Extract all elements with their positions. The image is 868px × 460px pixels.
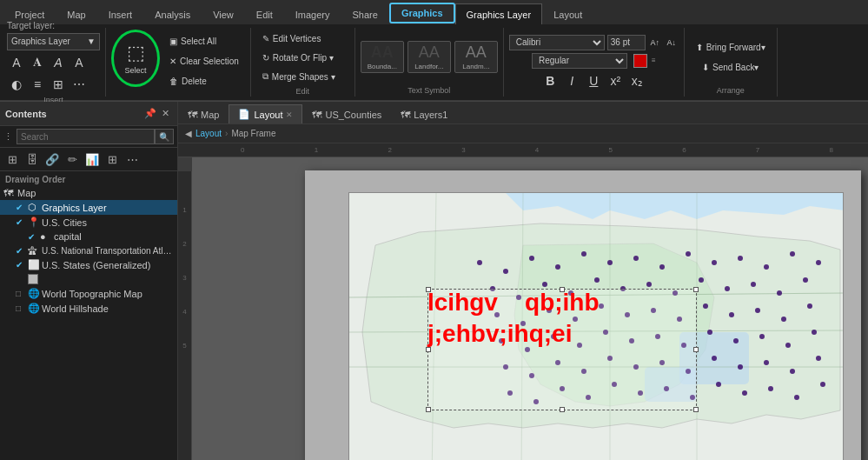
svg-point-71 (712, 356, 717, 361)
insert-icon-4[interactable]: A (70, 53, 89, 72)
search-button[interactable]: 🔍 (155, 129, 174, 144)
insert-icon-1[interactable]: A (7, 53, 26, 72)
subscript-btn[interactable]: x₂ (627, 71, 646, 90)
handle-r[interactable] (693, 347, 699, 352)
insert-icon-3[interactable]: A (49, 53, 68, 72)
handle-l[interactable] (426, 347, 431, 352)
superscript-btn[interactable]: x² (606, 71, 625, 90)
tab-share[interactable]: Share (341, 3, 389, 24)
tab-graphics[interactable]: Graphics (389, 3, 455, 23)
handle-tl[interactable] (426, 287, 431, 292)
select-button[interactable]: ⬚ Select (111, 30, 160, 87)
layer-item-us-cities[interactable]: ✔ 📍 U.S. Cities (0, 215, 177, 230)
font-controls-group: Calibri A↑ A↓ Regular ≡ B I U (504, 28, 685, 97)
tab-layout[interactable]: Layout (542, 3, 593, 24)
clear-selection-button[interactable]: ✕ Clear Selection (163, 53, 245, 70)
bold-btn[interactable]: B (540, 71, 560, 90)
rotate-flip-button[interactable]: ↻ Rotate Or Flip ▾ (256, 49, 340, 66)
handle-t[interactable] (560, 287, 565, 292)
layer-item-world-topo[interactable]: □ 🌐 World Topographic Map (0, 286, 177, 301)
connect-icon[interactable]: 🔗 (43, 150, 61, 168)
pin-button[interactable]: 📌 (142, 108, 159, 119)
handle-b[interactable] (560, 407, 565, 412)
pencil-icon[interactable]: ✏ (63, 150, 81, 168)
check-us-states[interactable]: ✔ (16, 260, 28, 270)
font-style-dropdown[interactable]: Regular (532, 53, 627, 69)
map-tab-layout[interactable]: 📄 Layout ✕ (229, 104, 302, 123)
nav-back-icon[interactable]: ◀ (185, 129, 192, 138)
ruler-v-1: 1 (182, 206, 186, 214)
font-family-dropdown[interactable]: Calibri (509, 35, 605, 50)
map-frame[interactable]: lcihgv qb;ihb j;ehbv;ihq;ei (348, 192, 844, 460)
map-tab-us-counties[interactable]: 🗺 US_Counties (302, 104, 391, 123)
layer-item-capital[interactable]: ✔ ● capital (0, 230, 177, 243)
ruler-mark-0: 0 (206, 146, 280, 154)
handle-tr[interactable] (693, 287, 699, 292)
insert-icon-2[interactable]: 𝐀 (28, 53, 47, 72)
close-layout-tab[interactable]: ✕ (286, 110, 293, 119)
bar-chart-icon[interactable]: 📊 (83, 150, 101, 168)
bring-forward-button[interactable]: ⬆ Bring Forward▾ (690, 38, 772, 56)
font-size-input[interactable] (607, 35, 646, 50)
check-us-nat-transport[interactable]: ✔ (16, 246, 28, 256)
underline-btn[interactable]: U (584, 71, 603, 90)
text-style-landform[interactable]: AA Landfor... (407, 41, 451, 73)
tab-view[interactable]: View (202, 3, 245, 24)
handle-bl[interactable] (426, 407, 431, 412)
canvas-content[interactable]: lcihgv qb;ihb j;ehbv;ihq;ei (192, 157, 868, 460)
tab-imagery[interactable]: Imagery (284, 3, 341, 24)
check-world-topo[interactable]: □ (16, 289, 28, 298)
insert-icon-5[interactable]: ◐ (7, 75, 26, 94)
send-backward-button[interactable]: ⬇ Send Back▾ (696, 58, 765, 76)
insert-icon-6[interactable]: ≡ (28, 75, 47, 94)
more-options-icon[interactable]: ⋯ (123, 150, 141, 168)
svg-point-58 (707, 330, 712, 335)
tab-graphics-layer[interactable]: Graphics Layer (455, 3, 543, 24)
layer-item-world-hillshade[interactable]: □ 🌐 World Hillshade (0, 301, 177, 316)
merge-shapes-button[interactable]: ⧉ Merge Shapes ▾ (256, 68, 341, 85)
search-input[interactable] (17, 129, 155, 144)
italic-btn[interactable]: I (562, 71, 581, 90)
check-us-cities[interactable]: ✔ (16, 217, 28, 227)
breadcrumb-layout[interactable]: Layout (195, 129, 222, 138)
tab-analysis[interactable]: Analysis (143, 3, 202, 24)
edit-vertices-button[interactable]: ✎ Edit Vertices (256, 30, 328, 47)
color-expand-icon[interactable]: ≡ (652, 57, 656, 64)
tab-edit[interactable]: Edit (245, 3, 284, 24)
layer-item-us-nat-transport[interactable]: ✔ 🛣 U.S. National Transportation Atlas I… (0, 243, 177, 257)
svg-point-86 (768, 386, 773, 391)
layer-item-us-states[interactable]: ✔ ⬜ U.S. States (Generalized) (0, 257, 177, 272)
svg-point-20 (738, 256, 743, 261)
insert-icon-7[interactable]: ⊞ (49, 75, 68, 94)
text-style-landmark[interactable]: AA Landm... (454, 41, 498, 73)
handle-br[interactable] (693, 407, 699, 412)
decrease-font-icon[interactable]: A↓ (665, 36, 679, 50)
selection-box (427, 289, 697, 410)
map-tab-layers1[interactable]: 🗺 Layers1 (391, 104, 457, 123)
breadcrumb-bar: ◀ Layout › Map Frame (178, 124, 868, 143)
text-style-boundary[interactable]: AA Bounda... (361, 41, 404, 73)
tab-insert[interactable]: Insert (97, 3, 144, 24)
check-capital[interactable]: ✔ (28, 232, 40, 242)
increase-font-icon[interactable]: A↑ (648, 36, 662, 50)
font-color-swatch[interactable] (633, 54, 647, 68)
add-layer-button[interactable]: ⊞ (3, 150, 21, 168)
layer-item-graphics-layer[interactable]: ✔ ⬡ Graphics Layer (0, 200, 177, 215)
ruler-v-5: 5 (182, 342, 186, 350)
arrange-group: ⬆ Bring Forward▾ ⬇ Send Back▾ Arrange (685, 28, 778, 97)
map-tab-layers1-label: Layers1 (414, 110, 447, 120)
svg-point-16 (633, 256, 639, 261)
grid-icon[interactable]: ⊞ (103, 150, 121, 168)
delete-button[interactable]: 🗑 Delete (163, 73, 245, 90)
target-layer-dropdown[interactable]: Graphics Layer ▼ (7, 33, 100, 50)
insert-icon-8[interactable]: ⋯ (70, 75, 89, 94)
check-graphics-layer[interactable]: ✔ (16, 203, 28, 212)
map-canvas[interactable]: 0 1 2 3 4 5 6 7 8 1 2 3 4 5 (178, 143, 868, 460)
map-tab-map[interactable]: 🗺 Map (178, 104, 229, 123)
select-all-button[interactable]: ▣ Select All (163, 33, 245, 50)
database-icon[interactable]: 🗄 (23, 150, 41, 168)
close-panel-button[interactable]: ✕ (159, 108, 172, 119)
check-world-hillshade[interactable]: □ (16, 303, 28, 313)
svg-point-15 (607, 260, 613, 265)
layer-item-map[interactable]: 🗺 Map (0, 186, 177, 200)
